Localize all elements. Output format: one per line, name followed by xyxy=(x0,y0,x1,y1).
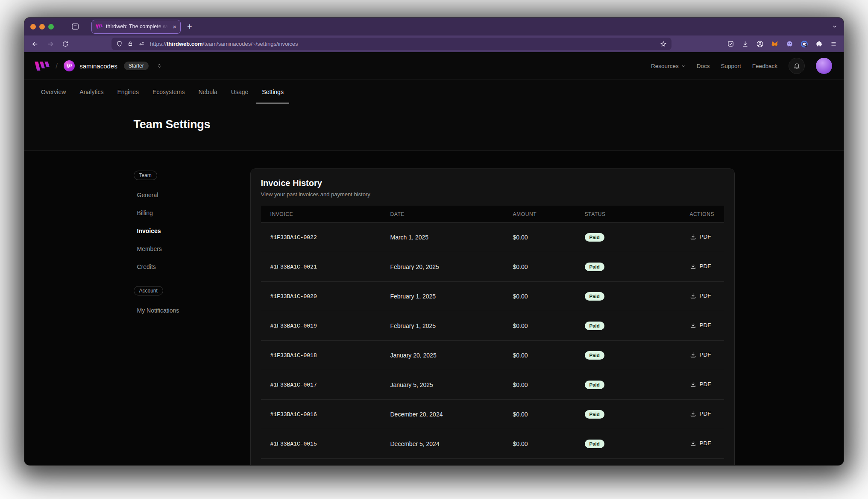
phantom-extension-icon[interactable] xyxy=(786,40,793,47)
invoice-status: Paid xyxy=(575,322,680,330)
window-controls xyxy=(30,24,54,30)
invoice-date: December 5, 2024 xyxy=(381,440,504,447)
support-link[interactable]: Support xyxy=(721,63,741,69)
resources-menu[interactable]: Resources xyxy=(651,63,686,69)
sidebar-item-billing[interactable]: Billing xyxy=(134,204,250,222)
user-avatar[interactable] xyxy=(816,58,832,74)
team-name[interactable]: saminacodes xyxy=(79,62,117,70)
sidebar-item-my-notifications[interactable]: My Notifications xyxy=(134,301,250,319)
sidebar-item-general[interactable]: General xyxy=(134,186,250,204)
column-status: STATUS xyxy=(575,211,680,217)
settings-content: Team General Billing Invoices Members Cr… xyxy=(24,151,844,465)
status-badge: Paid xyxy=(585,233,604,242)
tab-list-chevron-icon[interactable] xyxy=(832,24,838,30)
invoice-status: Paid xyxy=(575,381,680,389)
forward-icon[interactable] xyxy=(47,40,54,48)
bookmark-check-icon[interactable] xyxy=(727,40,734,47)
menu-icon[interactable] xyxy=(830,41,837,47)
reload-icon[interactable] xyxy=(62,41,69,47)
invoice-id: #1F33BA1C-0017 xyxy=(261,382,381,388)
browser-toolbar: https://thirdweb.com/team/saminacodes/~/… xyxy=(24,35,844,52)
download-pdf-button[interactable]: PDF xyxy=(690,351,711,358)
url-bar[interactable]: https://thirdweb.com/team/saminacodes/~/… xyxy=(111,38,672,50)
page-title-band: Team Settings xyxy=(24,103,844,151)
tab-overview[interactable]: Overview xyxy=(35,80,71,103)
invoice-id: #1F33BA1C-0015 xyxy=(261,441,381,447)
invoice-status: Paid xyxy=(575,440,680,448)
download-icon xyxy=(690,292,696,299)
download-icon xyxy=(690,263,696,269)
invoice-amount: $0.00 xyxy=(504,263,575,270)
breadcrumb-slash: / xyxy=(56,61,58,71)
chevron-down-icon xyxy=(681,64,686,68)
invoice-id: #1F33BA1C-0021 xyxy=(261,264,381,270)
sidebar-item-credits[interactable]: Credits xyxy=(134,258,250,276)
tab-usage[interactable]: Usage xyxy=(226,80,254,103)
download-icon xyxy=(690,381,696,387)
table-row: #1F33BA1C-0016 December 20, 2024 $0.00 P… xyxy=(261,400,724,429)
column-amount: AMOUNT xyxy=(504,211,575,217)
invoice-actions: PDF xyxy=(680,440,724,448)
close-window-button[interactable] xyxy=(30,24,36,30)
invoice-id: #1F33BA1C-0016 xyxy=(261,411,381,418)
tab-analytics[interactable]: Analytics xyxy=(74,80,109,103)
browser-tab[interactable]: thirdweb: The complete web3 d × xyxy=(91,20,181,34)
download-pdf-button[interactable]: PDF xyxy=(690,263,711,269)
thirdweb-logo-icon[interactable] xyxy=(34,61,50,71)
firefox-view-icon[interactable] xyxy=(71,22,79,31)
notifications-bell-icon[interactable] xyxy=(789,58,805,74)
invoice-actions: PDF xyxy=(680,410,724,418)
metamask-extension-icon[interactable] xyxy=(771,40,779,47)
team-avatar[interactable] xyxy=(64,60,75,71)
invoice-actions: PDF xyxy=(680,351,724,359)
download-icon xyxy=(690,322,696,328)
invoice-status: Paid xyxy=(575,263,680,271)
invoice-amount: $0.00 xyxy=(504,322,575,329)
download-pdf-button[interactable]: PDF xyxy=(690,440,711,446)
minimize-window-button[interactable] xyxy=(39,24,45,30)
download-pdf-button[interactable]: PDF xyxy=(690,322,711,328)
tab-nebula[interactable]: Nebula xyxy=(193,80,223,103)
lock-icon[interactable] xyxy=(127,41,133,47)
invoice-status: Paid xyxy=(575,351,680,360)
sidebar-item-invoices[interactable]: Invoices xyxy=(134,222,250,240)
shield-icon[interactable] xyxy=(116,41,123,47)
back-icon[interactable] xyxy=(31,40,39,48)
sidebar-item-members[interactable]: Members xyxy=(134,240,250,258)
feedback-link[interactable]: Feedback xyxy=(752,63,777,69)
download-pdf-button[interactable]: PDF xyxy=(690,233,711,240)
invoice-actions: PDF xyxy=(680,233,724,241)
invoice-amount: $0.00 xyxy=(504,411,575,418)
invoice-date: February 1, 2025 xyxy=(381,322,504,329)
docs-link[interactable]: Docs xyxy=(697,63,710,69)
download-pdf-button[interactable]: PDF xyxy=(690,410,711,417)
new-tab-button[interactable]: + xyxy=(187,22,192,32)
column-actions: ACTIONS xyxy=(680,211,724,217)
tab-close-icon[interactable]: × xyxy=(173,24,176,30)
permissions-icon[interactable] xyxy=(138,41,145,47)
table-row: #1F33BA1C-0015 December 5, 2024 $0.00 Pa… xyxy=(261,429,724,459)
webpage: / saminacodes Starter Resources Docs Sup… xyxy=(24,52,844,465)
tab-engines[interactable]: Engines xyxy=(111,80,144,103)
download-pdf-button[interactable]: PDF xyxy=(690,292,711,299)
invoice-status: Paid xyxy=(575,233,680,242)
zoom-window-button[interactable] xyxy=(48,24,54,30)
team-selector-chevrons-icon[interactable] xyxy=(156,62,162,69)
invoice-actions: PDF xyxy=(680,322,724,330)
settings-sidebar: Team General Billing Invoices Members Cr… xyxy=(134,168,250,319)
downloads-icon[interactable] xyxy=(742,40,749,47)
download-icon xyxy=(690,440,696,446)
invoice-history-card: Invoice History View your past invoices … xyxy=(250,168,735,465)
tab-ecosystems[interactable]: Ecosystems xyxy=(147,80,190,103)
nav-buttons xyxy=(31,40,69,48)
account-icon[interactable] xyxy=(756,40,764,48)
table-row: #1F33BA1C-0017 January 5, 2025 $0.00 Pai… xyxy=(261,370,724,400)
header-links: Resources Docs Support Feedback xyxy=(651,58,832,74)
download-pdf-button[interactable]: PDF xyxy=(690,381,711,387)
extensions-puzzle-icon[interactable] xyxy=(815,40,823,47)
tab-settings[interactable]: Settings xyxy=(256,80,289,103)
invoice-status: Paid xyxy=(575,292,680,301)
bookmark-star-icon[interactable] xyxy=(660,41,667,47)
sidebar-group-team: Team xyxy=(134,171,157,180)
privacy-extension-icon[interactable] xyxy=(801,40,808,48)
